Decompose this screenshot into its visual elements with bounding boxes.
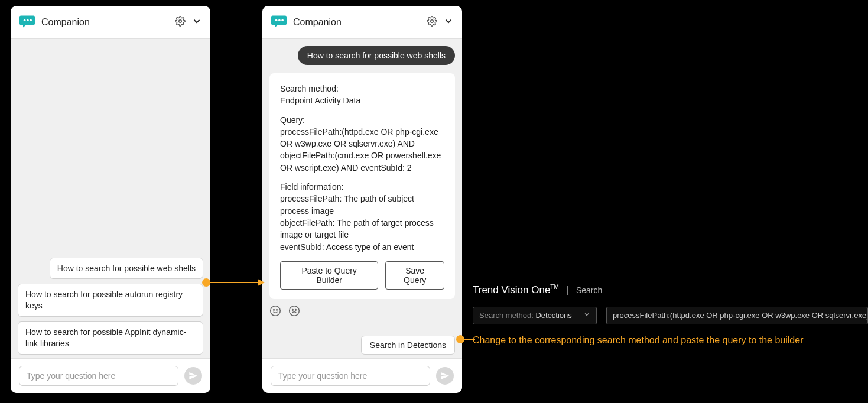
- companion-icon: [271, 13, 287, 32]
- annotation-dot: [202, 278, 210, 287]
- svg-point-4: [275, 19, 278, 21]
- svg-point-0: [24, 19, 26, 21]
- annotation-arrow-head: [258, 279, 265, 286]
- select-content: Search method: Detections: [479, 311, 572, 320]
- annotation-text: Change to the corresponding search metho…: [473, 335, 868, 346]
- user-message: How to search for possible web shells: [298, 46, 455, 65]
- save-query-button[interactable]: Save Query: [385, 261, 444, 290]
- panel-body: How to search for possible web shells Se…: [262, 39, 462, 358]
- thumbs-up-icon[interactable]: [269, 305, 281, 320]
- chevron-down-icon: [583, 311, 590, 320]
- svg-point-7: [431, 20, 434, 22]
- svg-point-13: [295, 309, 297, 310]
- suggestion-chip[interactable]: How to search for possible web shells: [50, 258, 203, 280]
- search-method-select[interactable]: Search method: Detections: [473, 307, 597, 324]
- suggestion-list: How to search for possible web shells Ho…: [18, 258, 203, 358]
- answer-text: Query: processFilePath:(httpd.exe OR php…: [280, 114, 444, 174]
- svg-point-2: [30, 19, 32, 21]
- paste-to-query-builder-button[interactable]: Paste to Query Builder: [280, 261, 378, 290]
- panel-title: Companion: [41, 17, 169, 28]
- gear-icon[interactable]: [175, 16, 186, 29]
- svg-point-5: [278, 19, 281, 21]
- svg-point-9: [274, 309, 275, 310]
- send-button[interactable]: [436, 367, 454, 385]
- companion-icon: [19, 13, 35, 32]
- answer-text: Search method: Endpoint Activity Data: [280, 83, 444, 107]
- send-button[interactable]: [184, 367, 202, 385]
- panel-body: How to search for possible web shells Ho…: [11, 39, 210, 358]
- answer-button-row: Paste to Query Builder Save Query: [280, 261, 444, 290]
- answer-card: Search method: Endpoint Activity Data Qu…: [269, 73, 455, 299]
- suggestion-chip[interactable]: How to search for possible AppInit dynam…: [18, 321, 203, 355]
- separator: |: [566, 285, 568, 295]
- svg-point-12: [292, 309, 294, 310]
- annotation-dot: [456, 335, 464, 343]
- svg-point-3: [179, 20, 182, 22]
- companion-panel-left: Companion How to search for possible web…: [11, 6, 210, 393]
- thumbs-down-icon[interactable]: [288, 305, 300, 320]
- panel-footer: [262, 358, 462, 393]
- question-input[interactable]: [19, 366, 178, 386]
- panel-footer: [11, 358, 210, 393]
- chevron-down-icon[interactable]: [443, 16, 454, 29]
- suggestion-chip[interactable]: How to search for possible autorun regis…: [18, 284, 203, 317]
- product-title: Trend Vision OneTM: [473, 284, 559, 295]
- chevron-down-icon[interactable]: [191, 16, 202, 29]
- vision-title-row: Trend Vision OneTM | Search: [473, 284, 868, 296]
- gear-icon[interactable]: [427, 16, 437, 29]
- svg-point-11: [290, 306, 300, 316]
- vision-one-search-area: Trend Vision OneTM | Search Search metho…: [473, 284, 868, 346]
- svg-point-6: [281, 19, 284, 21]
- panel-header: Companion: [11, 6, 210, 39]
- panel-title: Companion: [293, 17, 421, 28]
- question-input[interactable]: [271, 366, 430, 386]
- feedback-row: [269, 305, 455, 320]
- svg-point-10: [277, 309, 278, 310]
- svg-point-8: [271, 306, 281, 316]
- page-name: Search: [576, 285, 602, 295]
- answer-text: Field information: processFilePath: The …: [280, 181, 444, 253]
- annotation-arrow-line: [210, 282, 258, 283]
- query-input[interactable]: processFilePath:(httpd.exe OR php-cgi.ex…: [606, 307, 868, 324]
- vision-controls: Search method: Detections processFilePat…: [473, 307, 868, 324]
- companion-panel-right: Companion How to search for possible web…: [262, 6, 462, 393]
- panel-header: Companion: [262, 6, 462, 39]
- search-in-detections-button[interactable]: Search in Detections: [361, 336, 455, 355]
- svg-point-1: [27, 19, 29, 21]
- annotation-connector: [464, 339, 475, 340]
